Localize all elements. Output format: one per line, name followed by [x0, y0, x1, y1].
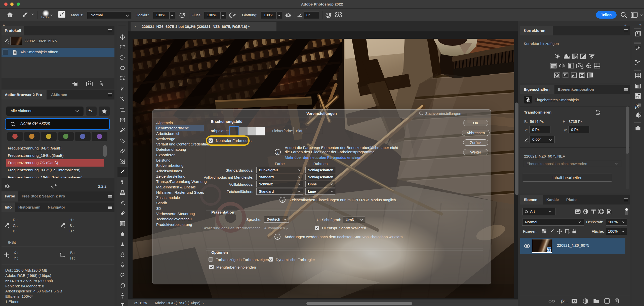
svg-text:fx: fx: [635, 103, 639, 109]
svg-text:fx: fx: [561, 298, 565, 303]
